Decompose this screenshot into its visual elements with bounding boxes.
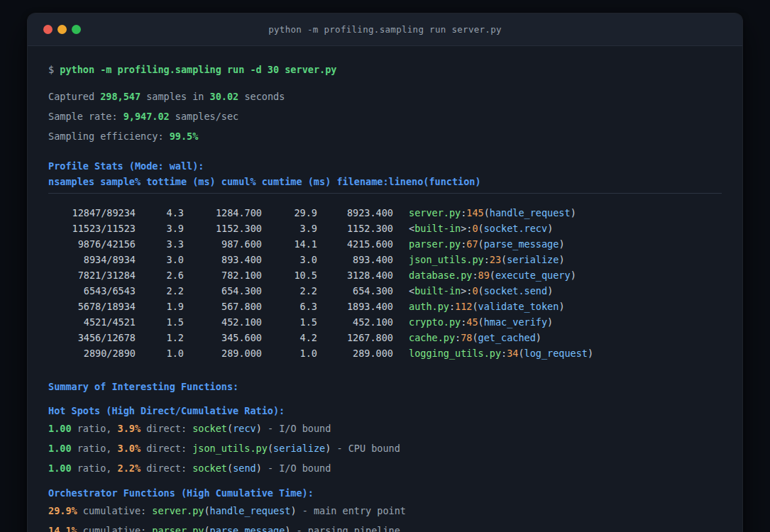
cell-tottime_ms: 289.000: [184, 345, 262, 361]
text-segment: cache.py: [409, 332, 455, 343]
cell-cumul_pct: 4.2: [262, 330, 317, 345]
text-segment: serialize: [507, 254, 559, 265]
text-segment: (: [478, 285, 484, 297]
text-segment: ): [559, 254, 564, 265]
cell-cumtime_ms: 452.100: [317, 314, 393, 330]
text-segment: ): [588, 348, 593, 359]
text-segment: built-in: [414, 223, 461, 234]
cell-cumtime_ms: 8923.400: [317, 205, 393, 221]
cell-function: server.py:145(handle_request): [409, 207, 576, 218]
text-segment: ): [547, 316, 553, 328]
cell-sample_pct: 1.5: [136, 314, 184, 330]
text-segment: ): [547, 223, 553, 234]
text-segment: 14.1%: [48, 525, 77, 532]
text-segment: ): [571, 207, 576, 218]
cell-sample_pct: 2.6: [136, 267, 184, 283]
text-segment: 78: [461, 332, 472, 343]
cell-nsamples: 12847/89234: [48, 205, 136, 221]
text-segment: direct:: [141, 462, 192, 474]
cell-cumul_pct: 2.2: [262, 283, 317, 299]
cell-tottime_ms: 782.100: [184, 267, 262, 283]
table-divider: [48, 193, 722, 194]
text-segment: <: [409, 285, 414, 297]
text-segment: socket.send: [484, 285, 547, 297]
cell-tottime_ms: 452.100: [184, 314, 262, 330]
cell-cumtime_ms: 1152.300: [317, 221, 393, 236]
text-segment: (: [227, 462, 233, 474]
text-segment: 67: [466, 238, 478, 250]
cell-sample_pct: 1.2: [136, 330, 184, 345]
text-segment: Sample rate:: [48, 111, 123, 122]
cell-tottime_ms: 1152.300: [184, 221, 262, 236]
orchestrators-heading: Orchestrator Functions (High Cumulative …: [48, 485, 722, 501]
sampling-efficiency-line: Sampling efficiency: 99.5%: [48, 128, 722, 144]
text-segment: (: [484, 207, 490, 218]
text-segment: :: [455, 332, 461, 343]
orchestrators-list: 29.9% cumulative: server.py(handle_reque…: [48, 503, 722, 532]
text-segment: 2.2%: [118, 462, 141, 474]
text-segment: (: [478, 238, 484, 250]
text-segment: 1.00: [48, 462, 72, 474]
table-row: 4521/45211.5452.1001.5452.100crypto.py:4…: [48, 314, 722, 330]
text-segment: socket: [192, 462, 227, 474]
table-row: 11523/115233.91152.3003.91152.300<built-…: [48, 221, 722, 236]
cell-tottime_ms: 654.300: [184, 283, 262, 299]
cell-tottime_ms: 987.600: [184, 236, 262, 252]
text-segment: database.py: [409, 270, 472, 281]
cell-nsamples: 2890/2890: [48, 345, 136, 361]
text-segment: socket: [192, 423, 227, 434]
close-button[interactable]: [43, 25, 53, 34]
table-row: 7821/312842.6782.10010.53128.400database…: [48, 267, 722, 283]
text-segment: (: [204, 505, 209, 516]
text-segment: 99.5%: [170, 131, 199, 142]
text-segment: 34: [507, 348, 518, 359]
hot-spot-line: 1.00 ratio, 2.2% direct: socket(send) - …: [48, 460, 722, 476]
text-segment: hmac_verify: [484, 316, 547, 328]
text-segment: 112: [455, 301, 472, 312]
cell-cumtime_ms: 654.300: [317, 283, 393, 299]
text-segment: 23: [490, 254, 501, 265]
cell-nsamples: 7821/31284: [48, 267, 136, 283]
maximize-button[interactable]: [72, 25, 81, 34]
table-row: 3456/126781.2345.6004.21267.800cache.py:…: [48, 330, 722, 345]
text-segment: direct:: [141, 423, 192, 434]
cell-nsamples: 9876/42156: [48, 236, 136, 252]
text-segment: serialize: [273, 443, 325, 454]
text-segment: 1.00: [48, 423, 72, 434]
cell-function: <built-in>:0(socket.send): [409, 285, 553, 297]
titlebar[interactable]: python -m profiling.sampling run server.…: [28, 13, 742, 46]
text-segment: cumulative:: [77, 505, 153, 516]
terminal-window: python -m profiling.sampling run server.…: [27, 13, 743, 532]
command-line: $ python -m profiling.sampling run -d 30…: [48, 62, 722, 77]
cell-sample_pct: 3.9: [136, 221, 184, 236]
cell-cumtime_ms: 3128.400: [317, 267, 393, 283]
table-row: 9876/421563.3987.60014.14215.600parser.p…: [48, 236, 722, 252]
text-segment: 3.0%: [118, 443, 141, 454]
table-column-header: nsamples sample% tottime (ms) cumul% cum…: [48, 174, 722, 189]
captured-samples-line: Captured 298,547 samples in 30.02 second…: [48, 89, 722, 104]
text-segment: socket.recv: [484, 223, 547, 234]
text-segment: :: [449, 301, 455, 312]
text-segment: :: [501, 348, 507, 359]
text-segment: (: [501, 254, 507, 265]
text-segment: >:: [461, 285, 472, 297]
terminal-body[interactable]: $ python -m profiling.sampling run -d 30…: [28, 46, 742, 532]
text-segment: recv: [233, 423, 256, 434]
table-row: 6543/65432.2654.3002.2654.300<built-in>:…: [48, 283, 722, 299]
cell-cumtime_ms: 893.400: [317, 252, 393, 267]
text-segment: cumulative:: [77, 525, 153, 532]
text-segment: (: [490, 270, 495, 281]
orchestrator-line: 14.1% cumulative: parser.py(parse_messag…: [48, 523, 722, 532]
text-segment: (: [478, 223, 484, 234]
cell-cumtime_ms: 1893.400: [317, 299, 393, 314]
cell-tottime_ms: 345.600: [184, 330, 262, 345]
text-segment: - I/O bound: [262, 462, 331, 474]
window-title: python -m profiling.sampling run server.…: [28, 24, 742, 35]
text-segment: samples in: [141, 91, 210, 102]
cell-nsamples: 8934/8934: [48, 252, 136, 267]
minimize-button[interactable]: [57, 25, 67, 34]
text-segment: (: [472, 332, 478, 343]
text-segment: :: [484, 254, 490, 265]
cell-function: <built-in>:0(socket.recv): [409, 223, 553, 234]
text-segment: log_request: [524, 348, 588, 359]
